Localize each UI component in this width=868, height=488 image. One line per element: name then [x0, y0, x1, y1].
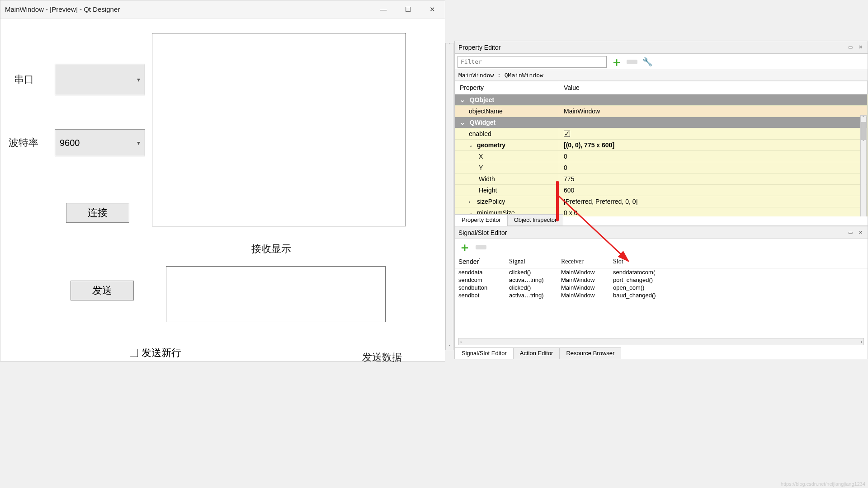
send-newline-label: 发送新行: [142, 346, 181, 360]
maximize-button[interactable]: ☐: [400, 3, 416, 16]
signal-slot-title: Signal/Slot Editor: [458, 229, 507, 236]
row-x[interactable]: X0: [455, 151, 868, 162]
signal-slot-panel: Signal/Slot Editor ▭ ✕ ＋ Senderˇ Signal …: [454, 226, 868, 359]
window-controls: — ☐ ✕: [375, 3, 440, 16]
baud-combobox[interactable]: 9600 ▾: [55, 129, 145, 156]
group-qobject[interactable]: ⌄ QObject: [455, 94, 868, 106]
remove-connection-icon[interactable]: [476, 242, 486, 253]
table-row[interactable]: sendbotactiva…tring)MainWindowbaud_chang…: [455, 291, 868, 299]
float-icon[interactable]: ▭: [847, 229, 854, 236]
minimize-button[interactable]: —: [375, 3, 392, 16]
signal-slot-table[interactable]: Senderˇ Signal Receiver Slot senddatacli…: [455, 255, 868, 299]
chevron-down-icon: ▾: [137, 139, 140, 146]
float-icon[interactable]: ▭: [847, 44, 854, 51]
preview-titlebar[interactable]: MainWindow - [Preview] - Qt Designer — ☐…: [0, 0, 445, 19]
property-bottom-tabs: Property Editor Object Inspector: [455, 214, 563, 226]
tab-signal-slot-editor[interactable]: Signal/Slot Editor: [455, 347, 514, 359]
preview-window: MainWindow - [Preview] - Qt Designer — ☐…: [0, 0, 445, 361]
table-row[interactable]: senddataclicked()MainWindowsenddatatocom…: [455, 268, 868, 276]
col-property[interactable]: Property: [455, 81, 559, 94]
filter-input[interactable]: [458, 56, 607, 68]
col-sender[interactable]: Senderˇ: [455, 255, 505, 268]
main-scrollbar[interactable]: ˆˇ: [445, 43, 453, 350]
signal-slot-header[interactable]: Signal/Slot Editor ▭ ✕: [455, 226, 868, 239]
recv-textarea[interactable]: [152, 33, 406, 226]
property-editor-panel: Property Editor ▭ ✕ ＋ 🔧 MainWindow : QMa…: [454, 41, 868, 226]
remove-property-icon[interactable]: [627, 56, 637, 67]
col-signal[interactable]: Signal: [505, 255, 557, 268]
property-editor-title: Property Editor: [458, 44, 500, 51]
send-newline-checkbox[interactable]: 发送新行: [130, 346, 181, 360]
object-path: MainWindow : QMainWindow: [455, 70, 868, 81]
right-dock: ˆˇ Property Editor ▭ ✕ ＋ 🔧 MainWindow : …: [454, 0, 868, 488]
close-icon[interactable]: ✕: [857, 229, 864, 236]
close-icon[interactable]: ✕: [857, 44, 864, 51]
signal-slot-hscroll[interactable]: ‹›: [458, 338, 864, 345]
connect-button[interactable]: 连接: [66, 203, 129, 223]
preview-body: 串口 ▾ 波特率 9600 ▾ 连接 发送 接收显示 发送新行 发送数据: [0, 19, 445, 361]
property-table[interactable]: Property Value ⌄ QObject objectNameMainW…: [455, 81, 868, 216]
baud-label: 波特率: [9, 136, 38, 150]
tab-object-inspector[interactable]: Object Inspector: [507, 214, 564, 226]
row-y[interactable]: Y0: [455, 162, 868, 174]
add-property-icon[interactable]: ＋: [611, 56, 622, 67]
send-button-label: 发送: [92, 284, 112, 297]
tab-resource-browser[interactable]: Resource Browser: [559, 347, 621, 359]
tab-property-editor[interactable]: Property Editor: [455, 214, 508, 226]
row-geometry[interactable]: ⌄ geometry[(0, 0), 775 x 600]: [455, 140, 868, 151]
row-width[interactable]: Width775: [455, 174, 868, 185]
signal-slot-bottom-tabs: Signal/Slot Editor Action Editor Resourc…: [455, 347, 621, 359]
preview-title: MainWindow - [Preview] - Qt Designer: [5, 5, 120, 13]
group-qwidget[interactable]: ⌄ QWidget: [455, 117, 868, 128]
col-receiver[interactable]: Receiver: [557, 255, 609, 268]
settings-wrench-icon[interactable]: 🔧: [642, 56, 653, 67]
tab-action-editor[interactable]: Action Editor: [513, 347, 560, 359]
connect-button-label: 连接: [88, 206, 108, 220]
row-enabled[interactable]: enabled✓: [455, 128, 868, 140]
annotation-vertical-mark: [556, 181, 559, 221]
serial-combobox[interactable]: ▾: [55, 64, 145, 95]
property-editor-header[interactable]: Property Editor ▭ ✕: [455, 41, 868, 54]
col-value[interactable]: Value: [559, 81, 868, 94]
baud-value: 9600: [60, 138, 80, 148]
send-button[interactable]: 发送: [71, 281, 134, 300]
serial-label: 串口: [14, 73, 34, 86]
table-row[interactable]: sendbuttonclicked()MainWindowopen_com(): [455, 284, 868, 291]
signal-slot-table-header: Senderˇ Signal Receiver Slot: [455, 255, 868, 268]
row-height[interactable]: Height600: [455, 185, 868, 196]
col-slot[interactable]: Slot: [609, 255, 868, 268]
table-row[interactable]: sendcomactiva…tring)MainWindowport_chang…: [455, 276, 868, 284]
close-button[interactable]: ✕: [424, 3, 440, 16]
property-table-header: Property Value: [455, 81, 868, 94]
property-toolbar: ＋ 🔧: [455, 54, 868, 70]
recv-display-label: 接收显示: [251, 242, 291, 256]
add-connection-icon[interactable]: ＋: [459, 242, 470, 253]
row-sizepolicy[interactable]: › sizePolicy[Preferred, Preferred, 0, 0]: [455, 196, 868, 207]
signal-slot-toolbar: ＋: [455, 239, 868, 255]
watermark: https://blog.csdn.net/neijiangjiang1234: [781, 481, 865, 487]
checkbox-box-icon: [130, 349, 138, 357]
send-data-label: 发送数据: [362, 351, 402, 364]
row-objectname[interactable]: objectNameMainWindow: [455, 106, 868, 117]
chevron-down-icon: ▾: [137, 76, 140, 83]
send-textarea[interactable]: [166, 266, 386, 322]
property-scrollbar[interactable]: ˆˇ: [860, 115, 867, 216]
